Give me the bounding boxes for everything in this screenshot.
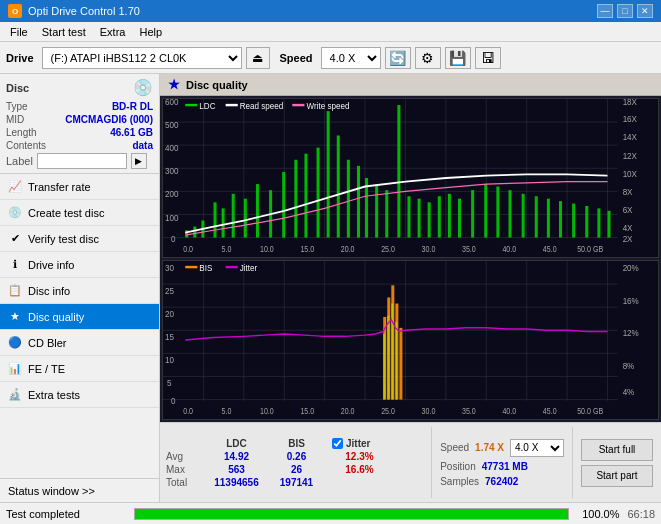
svg-text:Read speed: Read speed xyxy=(240,100,284,111)
svg-text:400: 400 xyxy=(165,143,179,154)
disc-contents-value: data xyxy=(132,140,153,151)
svg-text:5: 5 xyxy=(167,377,172,388)
nav-create-test-disc-label: Create test disc xyxy=(28,207,104,219)
refresh-button[interactable]: 🔄 xyxy=(385,47,411,69)
svg-rect-138 xyxy=(391,304,393,400)
nav-transfer-rate-label: Transfer rate xyxy=(28,181,91,193)
maximize-button[interactable]: □ xyxy=(617,4,633,18)
svg-rect-49 xyxy=(222,208,225,237)
stats-bar: LDC BIS Jitter Avg 14.92 0.26 12.3% xyxy=(160,422,661,502)
svg-text:45.0: 45.0 xyxy=(543,407,557,417)
svg-text:BIS: BIS xyxy=(199,262,212,273)
fe-te-icon: 📊 xyxy=(8,362,22,376)
start-part-button[interactable]: Start part xyxy=(581,465,653,487)
jitter-checkbox-label[interactable]: Jitter xyxy=(332,438,370,449)
svg-text:0: 0 xyxy=(171,396,176,407)
samples-value: 762402 xyxy=(485,476,518,487)
svg-rect-72 xyxy=(471,190,474,237)
nav-create-test-disc[interactable]: 💿 Create test disc xyxy=(0,200,159,226)
charts-area: 600 500 400 300 200 100 0 18X 16X 14X 12… xyxy=(160,96,661,422)
disc-label-input[interactable] xyxy=(37,153,127,169)
nav-cd-bler[interactable]: 🔵 CD Bler xyxy=(0,330,159,356)
close-button[interactable]: ✕ xyxy=(637,4,653,18)
start-full-button[interactable]: Start full xyxy=(581,439,653,461)
svg-text:8%: 8% xyxy=(623,360,635,371)
disc-section-title: Disc xyxy=(6,82,29,94)
drive-info-icon: ℹ xyxy=(8,258,22,272)
ldc-chart: 600 500 400 300 200 100 0 18X 16X 14X 12… xyxy=(162,98,659,258)
nav-items: 📈 Transfer rate 💿 Create test disc ✔ Ver… xyxy=(0,174,159,478)
speed-select-stats[interactable]: 4.0 X xyxy=(510,439,564,457)
svg-text:16X: 16X xyxy=(623,113,637,124)
svg-text:14X: 14X xyxy=(623,132,637,143)
nav-transfer-rate[interactable]: 📈 Transfer rate xyxy=(0,174,159,200)
status-window-button[interactable]: Status window >> xyxy=(0,478,159,502)
save-button[interactable]: 🖫 xyxy=(475,47,501,69)
svg-rect-86 xyxy=(226,104,238,106)
svg-text:50.0 GB: 50.0 GB xyxy=(577,245,603,255)
svg-rect-50 xyxy=(232,194,235,238)
svg-text:2X: 2X xyxy=(623,234,633,245)
svg-text:4X: 4X xyxy=(623,223,633,234)
svg-rect-58 xyxy=(327,111,330,237)
svg-text:30.0: 30.0 xyxy=(422,407,436,417)
nav-disc-info[interactable]: 📋 Disc info xyxy=(0,278,159,304)
disc-info-icon: 📋 xyxy=(8,284,22,298)
svg-rect-65 xyxy=(397,105,400,237)
menu-help[interactable]: Help xyxy=(133,24,168,40)
svg-rect-69 xyxy=(438,196,441,237)
content-area: ★ Disc quality xyxy=(160,74,661,502)
svg-text:15.0: 15.0 xyxy=(300,407,314,417)
menu-start-test[interactable]: Start test xyxy=(36,24,92,40)
svg-text:4%: 4% xyxy=(623,386,635,397)
nav-disc-quality[interactable]: ★ Disc quality xyxy=(0,304,159,330)
nav-extra-tests-label: Extra tests xyxy=(28,389,80,401)
svg-text:0.0: 0.0 xyxy=(183,245,193,255)
max-label: Max xyxy=(166,464,204,475)
disc-quality-icon: ★ xyxy=(8,310,22,324)
disc-contents-label: Contents xyxy=(6,140,46,151)
svg-rect-51 xyxy=(244,199,247,238)
speed-select[interactable]: 4.0 X xyxy=(321,47,381,69)
disc-mid-label: MID xyxy=(6,114,24,125)
svg-rect-60 xyxy=(347,160,350,238)
disc-label-go-button[interactable]: ▶ xyxy=(131,153,147,169)
nav-fe-te[interactable]: 📊 FE / TE xyxy=(0,356,159,382)
eject-button[interactable]: ⏏ xyxy=(246,47,270,69)
svg-text:45.0: 45.0 xyxy=(543,245,557,255)
avg-ldc: 14.92 xyxy=(204,451,269,462)
svg-text:50.0 GB: 50.0 GB xyxy=(577,407,603,417)
burn-button[interactable]: 💾 xyxy=(445,47,471,69)
svg-rect-59 xyxy=(337,135,340,237)
svg-rect-75 xyxy=(508,190,511,237)
menu-file[interactable]: File xyxy=(4,24,34,40)
disc-quality-header: ★ Disc quality xyxy=(160,74,661,96)
nav-extra-tests[interactable]: 🔬 Extra tests xyxy=(0,382,159,408)
svg-rect-135 xyxy=(399,328,402,400)
svg-rect-64 xyxy=(385,190,388,237)
disc-length-value: 46.61 GB xyxy=(110,127,153,138)
position-label: Position xyxy=(440,461,476,472)
create-test-disc-icon: 💿 xyxy=(8,206,22,220)
nav-disc-info-label: Disc info xyxy=(28,285,70,297)
nav-drive-info[interactable]: ℹ Drive info xyxy=(0,252,159,278)
minimize-button[interactable]: — xyxy=(597,4,613,18)
status-window-label: Status window >> xyxy=(8,485,95,497)
drive-bar: Drive (F:) ATAPI iHBS112 2 CL0K ⏏ Speed … xyxy=(0,42,661,74)
drive-select[interactable]: (F:) ATAPI iHBS112 2 CL0K xyxy=(42,47,242,69)
menu-extra[interactable]: Extra xyxy=(94,24,132,40)
svg-text:15.0: 15.0 xyxy=(300,245,314,255)
settings-button[interactable]: ⚙ xyxy=(415,47,441,69)
disc-length-label: Length xyxy=(6,127,37,138)
svg-text:5.0: 5.0 xyxy=(222,407,232,417)
transfer-rate-icon: 📈 xyxy=(8,180,22,194)
svg-rect-46 xyxy=(193,227,196,238)
jitter-checkbox[interactable] xyxy=(332,438,343,449)
svg-text:16%: 16% xyxy=(623,295,639,306)
svg-text:100: 100 xyxy=(165,212,179,223)
menu-bar: File Start test Extra Help xyxy=(0,22,661,42)
svg-text:200: 200 xyxy=(165,189,179,200)
avg-jitter: 12.3% xyxy=(332,451,387,462)
nav-verify-test-disc[interactable]: ✔ Verify test disc xyxy=(0,226,159,252)
svg-rect-90 xyxy=(163,261,658,419)
